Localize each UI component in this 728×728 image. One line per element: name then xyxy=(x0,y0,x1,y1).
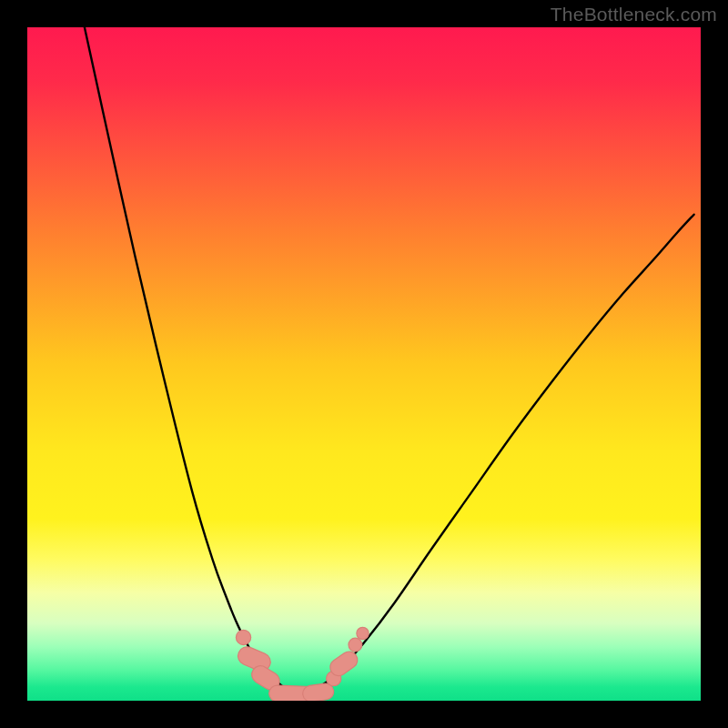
marker-7 xyxy=(349,638,362,652)
marker-0 xyxy=(236,630,250,644)
chart-svg xyxy=(27,27,701,701)
chart-frame: TheBottleneck.com xyxy=(0,0,728,728)
svg-rect-0 xyxy=(27,27,701,701)
marker-8 xyxy=(357,627,369,639)
watermark-text: TheBottleneck.com xyxy=(551,4,717,25)
plot-area xyxy=(27,27,701,701)
